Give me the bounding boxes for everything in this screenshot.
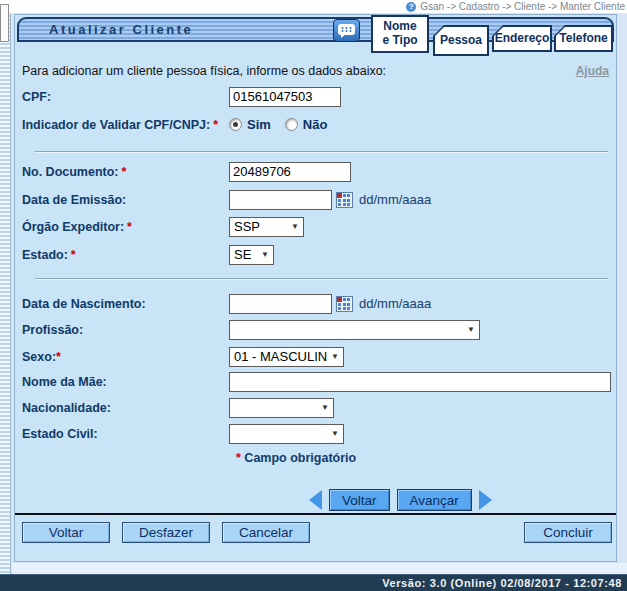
previous-arrow-icon[interactable]	[309, 490, 322, 510]
profissao-select[interactable]: ▼	[229, 320, 480, 340]
tab-telefone-label: Telefone	[559, 32, 607, 46]
orgao-select[interactable]: SSP ▼	[229, 217, 304, 237]
dropdown-arrow-icon: ▼	[331, 429, 339, 438]
wizard-voltar-button[interactable]: Voltar	[329, 489, 390, 511]
nome-mae-label: Nome da Mãe:	[22, 375, 107, 389]
version-text: Versão: 3.0 (Online) 02/08/2017 - 12:07:…	[382, 577, 627, 589]
estado-civil-select[interactable]: ▼	[229, 424, 344, 444]
required-marker: *	[71, 248, 76, 262]
tab-pessoa-label: Pessoa	[440, 34, 482, 48]
radio-nao[interactable]	[285, 118, 298, 131]
wizard-avancar-button[interactable]: Avançar	[397, 489, 472, 511]
required-marker: *	[56, 350, 61, 364]
action-bar: Voltar Desfazer Cancelar Concluir	[22, 522, 612, 543]
orgao-select-value: SSP	[234, 219, 287, 234]
breadcrumb-path[interactable]: Gsan -> Cadastro -> Cliente -> Manter Cl…	[420, 1, 625, 12]
field-row-nome-mae: Nome da Mãe:	[22, 371, 611, 392]
dropdown-arrow-icon: ▼	[291, 222, 299, 231]
required-marker: *	[213, 118, 218, 132]
estado-civil-label: Estado Civil:	[22, 427, 98, 441]
cancelar-button[interactable]: Cancelar	[222, 522, 310, 543]
cpf-label: CPF:	[22, 90, 51, 104]
emissao-label: Data de Emissão:	[22, 193, 126, 207]
speech-bubble-glyph	[337, 23, 356, 39]
instruction-text: Para adicionar um cliente pessoa física,…	[22, 64, 386, 78]
tab-pessoa[interactable]: Pessoa	[433, 25, 489, 56]
nacionalidade-select[interactable]: ▼	[229, 398, 334, 418]
concluir-button[interactable]: Concluir	[524, 522, 612, 543]
next-arrow-icon[interactable]	[479, 490, 492, 510]
nascimento-input[interactable]	[229, 294, 332, 314]
indicador-label: Indicador de Validar CPF/CNPJ:	[22, 118, 210, 132]
required-marker: *	[122, 165, 127, 179]
field-row-profissao: Profissão: ▼	[22, 319, 611, 340]
nascimento-label: Data de Nascimento:	[22, 297, 146, 311]
desfazer-button[interactable]: Desfazer	[122, 522, 210, 543]
date-format-hint: dd/mm/aaaa	[359, 296, 431, 311]
sexo-select[interactable]: 01 - MASCULINO ▼	[229, 347, 344, 367]
chat-bubble-icon[interactable]	[333, 19, 360, 42]
tab-telefone[interactable]: Telefone	[554, 25, 613, 52]
tab-endereco-label: Endereço	[495, 32, 550, 46]
field-row-emissao: Data de Emissão: dd/mm/aaaa	[22, 189, 611, 210]
sexo-select-value: 01 - MASCULINO	[234, 349, 327, 364]
tab-nome-e-tipo-label-line2: e Tipo	[382, 33, 417, 47]
tab-nome-e-tipo-label-line1: Nome	[383, 19, 416, 33]
tab-endereco[interactable]: Endereço	[492, 25, 552, 52]
radio-sim[interactable]	[229, 118, 242, 131]
field-row-nacionalidade: Nacionalidade: ▼	[22, 397, 611, 418]
dropdown-arrow-icon: ▼	[321, 403, 329, 412]
field-row-sexo: Sexo:* 01 - MASCULINO ▼	[22, 346, 611, 367]
field-row-nascimento: Data de Nascimento: dd/mm/aaaa	[22, 293, 611, 314]
field-row-documento: No. Documento:*	[22, 161, 611, 182]
dropdown-arrow-icon: ▼	[331, 352, 339, 361]
pre-footer-strip	[12, 563, 627, 574]
page-title: Atualizar Cliente	[19, 22, 193, 37]
estado-select-value: SE	[234, 247, 257, 262]
calendar-icon[interactable]	[336, 192, 353, 208]
help-link[interactable]: Ajuda	[576, 64, 609, 78]
orgao-label: Órgão Expeditor:	[22, 220, 124, 234]
cpf-input[interactable]	[229, 87, 341, 107]
frame-resize-handle[interactable]	[0, 4, 9, 42]
tab-nome-e-tipo[interactable]: Nomee Tipo	[371, 15, 429, 53]
calendar-icon[interactable]	[336, 296, 353, 312]
section-divider	[35, 151, 608, 153]
estado-select[interactable]: SE ▼	[229, 245, 274, 265]
emissao-input[interactable]	[229, 190, 332, 210]
breadcrumb: ? Gsan -> Cadastro -> Cliente -> Manter …	[0, 0, 627, 13]
voltar-button[interactable]: Voltar	[22, 522, 110, 543]
field-row-cpf: CPF:	[22, 86, 611, 107]
dropdown-arrow-icon: ▼	[467, 325, 475, 334]
nacionalidade-label: Nacionalidade:	[22, 401, 111, 415]
sexo-label: Sexo:	[22, 350, 56, 364]
help-icon[interactable]: ?	[406, 2, 416, 12]
left-frame-edge	[0, 13, 11, 574]
date-format-hint: dd/mm/aaaa	[359, 192, 431, 207]
main-panel: Atualizar Cliente Nomee Tipo Pessoa Ende…	[14, 14, 617, 562]
field-row-orgao: Órgão Expeditor:* SSP ▼	[22, 216, 611, 237]
section-divider	[35, 278, 608, 280]
required-marker: *	[236, 451, 241, 465]
bottom-separator	[15, 513, 616, 515]
required-note-text: Campo obrigatório	[244, 451, 356, 465]
profissao-label: Profissão:	[22, 323, 83, 337]
wizard-nav: Voltar Avançar	[309, 489, 492, 511]
documento-label: No. Documento:	[22, 165, 119, 179]
field-row-indicador: Indicador de Validar CPF/CNPJ:* Sim Não	[22, 114, 611, 135]
documento-input[interactable]	[229, 162, 351, 182]
estado-label: Estado:	[22, 248, 68, 262]
radio-nao-label: Não	[303, 117, 328, 132]
required-marker: *	[127, 220, 132, 234]
nome-mae-input[interactable]	[229, 372, 611, 392]
field-row-estado: Estado:* SE ▼	[22, 244, 611, 265]
dropdown-arrow-icon: ▼	[261, 250, 269, 259]
required-field-note: * Campo obrigatório	[236, 451, 356, 465]
field-row-estado-civil: Estado Civil: ▼	[22, 423, 611, 444]
radio-sim-label: Sim	[247, 117, 271, 132]
status-bar: Versão: 3.0 (Online) 02/08/2017 - 12:07:…	[0, 574, 627, 591]
